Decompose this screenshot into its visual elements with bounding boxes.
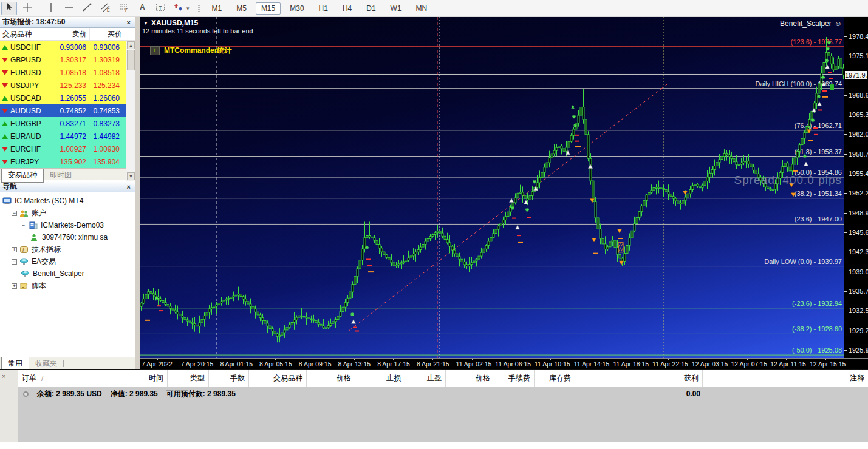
symbol-row-eurchf[interactable]: EURCHF1.009271.00930 bbox=[0, 143, 135, 155]
svg-text:F: F bbox=[125, 8, 128, 12]
timeframe-m30-button[interactable]: M30 bbox=[284, 2, 309, 15]
balance-bullet-icon bbox=[23, 391, 29, 397]
column-header-0[interactable]: 交易品种 bbox=[0, 28, 56, 40]
timeframe-d1-button[interactable]: D1 bbox=[361, 2, 381, 15]
price-tick-mark bbox=[844, 115, 847, 115]
price-tick-mark bbox=[844, 272, 847, 272]
symbol-cell: USDJPY bbox=[0, 81, 56, 90]
orders-column-6[interactable]: 止盈 bbox=[405, 370, 445, 387]
symbol-row-usdchf[interactable]: USDCHF0.930060.93006 bbox=[0, 41, 135, 53]
equidistant-channel-tool[interactable]: E bbox=[98, 2, 114, 15]
text-label-tool[interactable]: T bbox=[152, 2, 168, 15]
trendline-tool[interactable] bbox=[80, 2, 95, 15]
price-tick-label: 1958.75 bbox=[849, 150, 868, 158]
symbol-row-usdcad[interactable]: USDCAD1.260551.26060 bbox=[0, 92, 135, 104]
orders-column-8[interactable]: 手续费 bbox=[494, 370, 534, 387]
ask-value: 1.08518 bbox=[89, 69, 123, 77]
column-header-2[interactable]: 买价 bbox=[89, 28, 125, 40]
fibonacci-retracement-tool[interactable]: F bbox=[116, 2, 132, 15]
mtcommander-button[interactable]: + MTCommander统计 bbox=[150, 46, 231, 56]
timeframe-m5-button[interactable]: M5 bbox=[231, 2, 252, 15]
nav-item-icmarkets-demo03[interactable]: −ICMarkets-Demo03 bbox=[0, 219, 135, 231]
smiley-icon[interactable]: ☺ bbox=[835, 19, 842, 28]
timeframe-w1-button[interactable]: W1 bbox=[385, 2, 407, 15]
platform-icon bbox=[2, 197, 12, 205]
nav-item-ic-markets-sc-mt4[interactable]: IC Markets (SC) MT4 bbox=[0, 195, 135, 207]
collapse-minus-icon[interactable]: − bbox=[12, 211, 17, 216]
chart-symbol-dropdown[interactable]: ▼ XAUUSD,M15 bbox=[143, 19, 198, 27]
nav-item--[interactable]: +f技术指标 bbox=[0, 243, 135, 255]
market-watch-close-icon[interactable]: × bbox=[125, 19, 132, 26]
orders-column-11[interactable]: 注释 bbox=[702, 370, 868, 387]
orders-column-0[interactable]: 时间 bbox=[55, 370, 167, 387]
orders-column-5[interactable]: 止损 bbox=[355, 370, 405, 387]
orders-column-10[interactable]: 获利 bbox=[575, 370, 702, 387]
crosshair-tool[interactable] bbox=[19, 2, 35, 15]
status-strip bbox=[0, 442, 868, 449]
bid-value: 135.902 bbox=[56, 158, 89, 166]
timeframe-m1-button[interactable]: M1 bbox=[207, 2, 228, 15]
symbol-row-euraud[interactable]: EURAUD1.449721.44982 bbox=[0, 130, 135, 143]
plus-icon[interactable]: + bbox=[150, 46, 160, 55]
chart-window: (123.6) - 1976.77Daily HIGH (100.0) - 19… bbox=[140, 17, 868, 369]
chart-plot-area[interactable]: (123.6) - 1976.77Daily HIGH (100.0) - 19… bbox=[140, 17, 844, 358]
tab-symbols[interactable]: 交易品种 bbox=[1, 169, 44, 183]
scroll-down-icon[interactable]: ▼ bbox=[127, 172, 135, 180]
expert-icon bbox=[19, 258, 29, 266]
price-axis[interactable]: 1978.451975.151968.601965.301962.051958.… bbox=[844, 17, 868, 358]
symbol-row-usdjpy[interactable]: USDJPY125.233125.234 bbox=[0, 79, 135, 92]
terminal-panel: × 订单/时间类型手数交易品种价格止损止盈价格手续费库存费获利注释 余额: 2 … bbox=[0, 369, 868, 442]
nav-item-label: 30974760: xinmu sa bbox=[42, 233, 108, 241]
time-axis[interactable]: 7 Apr 20227 Apr 20:158 Apr 01:158 Apr 05… bbox=[140, 358, 868, 369]
orders-column-2[interactable]: 手数 bbox=[208, 370, 248, 387]
cursor-tool[interactable] bbox=[1, 2, 17, 15]
time-tick-label: 12 Apr 15:15 bbox=[810, 360, 846, 368]
timeframe-h4-button[interactable]: H4 bbox=[337, 2, 357, 15]
timeframe-m15-button[interactable]: M15 bbox=[256, 2, 281, 15]
price-tick-label: 1965.30 bbox=[849, 111, 868, 118]
nav-item-30974760-xinmu-sa[interactable]: 30974760: xinmu sa bbox=[0, 231, 135, 243]
panel-splitter[interactable] bbox=[135, 17, 140, 369]
orders-column-3[interactable]: 交易品种 bbox=[248, 370, 306, 387]
tab-orders[interactable]: 订单/ bbox=[18, 370, 55, 387]
nav-item--[interactable]: +脚本 bbox=[0, 280, 135, 292]
orders-column-4[interactable]: 价格 bbox=[306, 370, 355, 387]
arrow-shapes-tool[interactable] bbox=[171, 2, 186, 15]
symbol-row-gbpusd[interactable]: GBPUSD1.303171.30319 bbox=[0, 53, 135, 66]
dropdown-caret-icon[interactable]: ▾ bbox=[186, 5, 190, 12]
text-tool[interactable]: A bbox=[134, 2, 150, 15]
terminal-close-icon[interactable]: × bbox=[2, 373, 5, 380]
toolbar-drag-handle[interactable] bbox=[198, 4, 200, 13]
expand-plus-icon[interactable]: + bbox=[12, 283, 17, 289]
navigator-close-icon[interactable]: × bbox=[125, 183, 132, 191]
column-header-1[interactable]: 卖价 bbox=[56, 28, 89, 40]
trendline-icon bbox=[83, 2, 92, 15]
tab-tick-chart[interactable]: 即时图 bbox=[44, 169, 78, 182]
ea-badge[interactable]: Benefit_Scalper ☺ bbox=[780, 19, 842, 28]
symbol-name: USDCAD bbox=[10, 94, 41, 103]
ask-value: 0.74853 bbox=[89, 107, 123, 115]
symbol-cell: EURAUD bbox=[0, 132, 56, 141]
timeframe-mn-button[interactable]: MN bbox=[411, 2, 433, 15]
timeframe-h1-button[interactable]: H1 bbox=[313, 2, 333, 15]
nav-item-ea-[interactable]: −EA交易 bbox=[0, 255, 135, 268]
market-watch-scrollbar[interactable]: ▲ ▼ bbox=[126, 41, 135, 181]
symbol-row-audusd[interactable]: AUDUSD0.748520.74853 bbox=[0, 104, 135, 117]
orders-column-1[interactable]: 类型 bbox=[167, 370, 208, 387]
symbol-row-eurjpy[interactable]: EURJPY135.902135.904 bbox=[0, 155, 135, 168]
expand-plus-icon[interactable]: + bbox=[12, 247, 17, 252]
time-tick-label: 8 Apr 13:15 bbox=[338, 360, 371, 368]
collapse-minus-icon[interactable]: − bbox=[12, 259, 17, 265]
vertical-line-tool[interactable] bbox=[43, 2, 59, 15]
scrollbar-thumb[interactable] bbox=[127, 50, 135, 70]
scroll-up-icon[interactable]: ▲ bbox=[127, 41, 135, 49]
nav-item--[interactable]: −账户 bbox=[0, 207, 135, 219]
horizontal-line-tool[interactable] bbox=[61, 2, 77, 15]
orders-column-7[interactable]: 价格 bbox=[445, 370, 494, 387]
equity-label: 净值: 2 989.35 bbox=[111, 389, 158, 399]
orders-column-9[interactable]: 库存费 bbox=[534, 370, 575, 387]
nav-item-benefit-scalper[interactable]: Benefit_Scalper bbox=[0, 268, 135, 280]
symbol-row-eurusd[interactable]: EURUSD1.085181.08518 bbox=[0, 66, 135, 79]
collapse-minus-icon[interactable]: − bbox=[21, 223, 26, 228]
symbol-row-eurgbp[interactable]: EURGBP0.832710.83273 bbox=[0, 117, 135, 130]
